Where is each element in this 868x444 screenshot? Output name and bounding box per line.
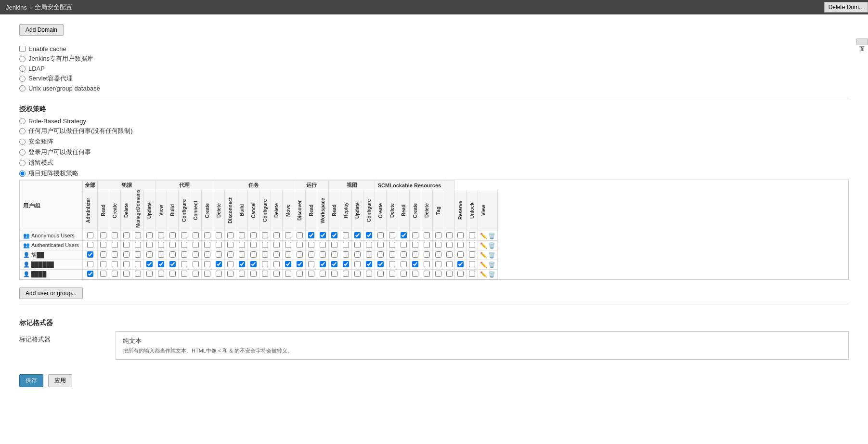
perm-checkbox[interactable] <box>262 261 268 267</box>
edit-icon[interactable]: ✏️ <box>480 261 487 268</box>
project-matrix-radio[interactable] <box>19 170 26 177</box>
perm-checkbox[interactable] <box>273 242 280 248</box>
perm-checkbox[interactable] <box>308 261 314 267</box>
ldap-radio[interactable] <box>19 65 26 72</box>
delete-icon[interactable]: 🗑️ <box>488 233 495 239</box>
perm-checkbox[interactable] <box>169 271 176 277</box>
perm-checkbox[interactable] <box>446 271 453 277</box>
perm-checkbox[interactable] <box>262 232 268 238</box>
perm-checkbox[interactable] <box>354 232 361 238</box>
perm-checkbox[interactable] <box>146 251 153 258</box>
delete-domain-button[interactable]: Delete Dom... <box>824 2 868 13</box>
perm-checkbox[interactable] <box>250 232 257 238</box>
perm-checkbox[interactable] <box>297 261 303 267</box>
perm-checkbox[interactable] <box>135 271 141 277</box>
perm-checkbox[interactable] <box>216 271 222 277</box>
perm-checkbox[interactable] <box>112 251 118 258</box>
perm-checkbox[interactable] <box>285 271 291 277</box>
perm-checkbox[interactable] <box>446 242 453 248</box>
perm-checkbox[interactable] <box>204 271 210 277</box>
perm-checkbox[interactable] <box>366 261 372 267</box>
perm-checkbox[interactable] <box>112 271 118 277</box>
perm-checkbox[interactable] <box>169 242 176 248</box>
breadcrumb-home[interactable]: Jenkins <box>6 4 27 11</box>
perm-checkbox[interactable] <box>227 251 233 258</box>
perm-checkbox[interactable] <box>181 242 187 248</box>
perm-checkbox[interactable] <box>135 251 141 258</box>
perm-checkbox[interactable] <box>343 251 349 258</box>
perm-checkbox[interactable] <box>412 271 418 277</box>
perm-checkbox[interactable] <box>204 251 210 258</box>
perm-checkbox[interactable] <box>239 242 245 248</box>
perm-checkbox[interactable] <box>308 242 314 248</box>
delete-icon[interactable]: 🗑️ <box>488 271 495 278</box>
perm-checkbox[interactable] <box>389 251 395 258</box>
perm-checkbox[interactable] <box>158 232 164 238</box>
perm-checkbox[interactable] <box>262 242 268 248</box>
perm-checkbox[interactable] <box>146 232 153 238</box>
delete-icon[interactable]: 🗑️ <box>488 261 495 268</box>
perm-checkbox[interactable] <box>343 242 349 248</box>
perm-checkbox[interactable] <box>158 251 164 258</box>
perm-checkbox[interactable] <box>135 232 141 238</box>
perm-checkbox[interactable] <box>412 251 418 258</box>
perm-checkbox[interactable] <box>193 242 199 248</box>
legacy-radio[interactable] <box>19 160 26 166</box>
perm-checkbox[interactable] <box>320 232 326 238</box>
perm-checkbox[interactable] <box>239 232 245 238</box>
perm-checkbox[interactable] <box>193 271 199 277</box>
perm-checkbox[interactable] <box>401 242 407 248</box>
perm-checkbox[interactable] <box>331 232 337 238</box>
perm-checkbox[interactable] <box>435 261 441 267</box>
perm-checkbox[interactable] <box>469 271 475 277</box>
perm-checkbox[interactable] <box>250 251 257 258</box>
perm-checkbox[interactable] <box>297 251 303 258</box>
perm-checkbox[interactable] <box>87 271 93 277</box>
perm-checkbox[interactable] <box>216 232 222 238</box>
side-button[interactable]: 面 <box>856 39 868 45</box>
anyone-radio[interactable] <box>19 128 26 134</box>
perm-checkbox[interactable] <box>193 251 199 258</box>
perm-checkbox[interactable] <box>469 232 475 238</box>
perm-checkbox[interactable] <box>181 232 187 238</box>
perm-checkbox[interactable] <box>273 232 280 238</box>
perm-checkbox[interactable] <box>308 271 314 277</box>
perm-checkbox[interactable] <box>320 251 326 258</box>
jenkins-db-radio[interactable] <box>19 56 26 62</box>
edit-icon[interactable]: ✏️ <box>480 252 487 259</box>
logged-in-radio[interactable] <box>19 149 26 156</box>
perm-checkbox[interactable] <box>158 261 164 267</box>
perm-checkbox[interactable] <box>308 251 314 258</box>
perm-checkbox[interactable] <box>181 271 187 277</box>
perm-checkbox[interactable] <box>412 232 418 238</box>
edit-icon[interactable]: ✏️ <box>480 233 487 239</box>
perm-checkbox[interactable] <box>354 261 361 267</box>
perm-checkbox[interactable] <box>285 232 291 238</box>
perm-checkbox[interactable] <box>227 271 233 277</box>
perm-checkbox[interactable] <box>227 242 233 248</box>
perm-checkbox[interactable] <box>435 271 441 277</box>
perm-checkbox[interactable] <box>389 232 395 238</box>
perm-checkbox[interactable] <box>424 271 430 277</box>
perm-checkbox[interactable] <box>424 232 430 238</box>
edit-icon[interactable]: ✏️ <box>480 242 487 249</box>
perm-checkbox[interactable] <box>250 242 257 248</box>
perm-checkbox[interactable] <box>354 271 361 277</box>
perm-checkbox[interactable] <box>87 261 93 267</box>
perm-checkbox[interactable] <box>469 261 475 267</box>
perm-checkbox[interactable] <box>204 232 210 238</box>
perm-checkbox[interactable] <box>412 261 418 267</box>
perm-checkbox[interactable] <box>366 232 372 238</box>
perm-checkbox[interactable] <box>262 271 268 277</box>
role-based-radio[interactable] <box>19 118 26 124</box>
perm-checkbox[interactable] <box>354 251 361 258</box>
matrix-radio[interactable] <box>19 139 26 145</box>
perm-checkbox[interactable] <box>87 251 93 258</box>
perm-checkbox[interactable] <box>297 232 303 238</box>
perm-checkbox[interactable] <box>331 242 337 248</box>
perm-checkbox[interactable] <box>401 251 407 258</box>
perm-checkbox[interactable] <box>424 242 430 248</box>
perm-checkbox[interactable] <box>297 271 303 277</box>
perm-checkbox[interactable] <box>457 242 464 248</box>
enable-cache-checkbox[interactable] <box>19 46 26 52</box>
